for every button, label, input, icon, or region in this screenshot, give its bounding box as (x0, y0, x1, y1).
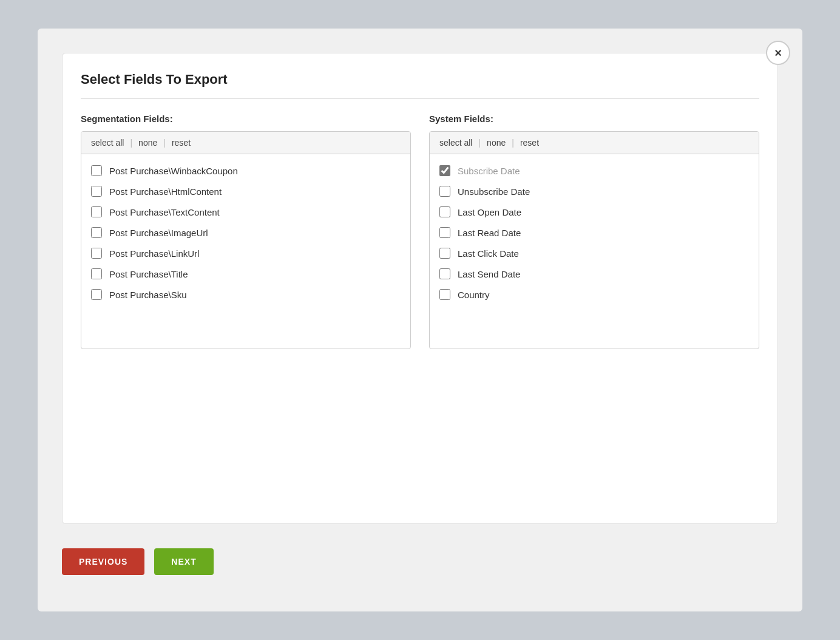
modal-card: Select Fields To Export Segmentation Fie… (62, 53, 778, 524)
sys-reset-button[interactable]: reset (514, 138, 545, 148)
list-item: Last Click Date (430, 243, 759, 264)
sys-field-label-5: Last Click Date (458, 248, 519, 259)
list-item: Subscribe Date (430, 160, 759, 181)
seg-checkbox-4[interactable] (91, 227, 102, 238)
seg-checkbox-3[interactable] (91, 206, 102, 217)
seg-field-label-2: Post Purchase\HtmlContent (109, 186, 222, 197)
sys-checkbox-2[interactable] (439, 186, 450, 197)
list-item: Last Read Date (430, 222, 759, 243)
modal-overlay: × Select Fields To Export Segmentation F… (38, 29, 802, 611)
system-fields-box: select all | none | reset Subscribe Date… (429, 131, 759, 349)
list-item: Post Purchase\Title (81, 264, 410, 284)
seg-field-label-5: Post Purchase\LinkUrl (109, 248, 199, 259)
segmentation-fields-box: select all | none | reset Post Purchase\… (81, 131, 411, 349)
previous-button[interactable]: PREVIOUS (62, 548, 144, 575)
sys-checkbox-3[interactable] (439, 206, 450, 217)
segmentation-label: Segmentation Fields: (81, 114, 411, 124)
system-section: System Fields: select all | none | reset… (429, 114, 759, 349)
system-fields-list: Subscribe DateUnsubscribe DateLast Open … (430, 154, 759, 349)
list-item: Last Open Date (430, 202, 759, 222)
seg-select-all-button[interactable]: select all (91, 138, 130, 148)
sys-checkbox-5[interactable] (439, 248, 450, 259)
list-item: Post Purchase\ImageUrl (81, 222, 410, 243)
sys-none-button[interactable]: none (481, 138, 512, 148)
footer-buttons: PREVIOUS NEXT (62, 548, 778, 575)
sys-field-label-1: Subscribe Date (458, 166, 520, 176)
seg-field-label-7: Post Purchase\Sku (109, 290, 187, 300)
close-button[interactable]: × (766, 41, 790, 65)
close-icon: × (774, 46, 782, 60)
seg-field-label-3: Post Purchase\TextContent (109, 207, 220, 217)
seg-field-label-6: Post Purchase\Title (109, 269, 188, 279)
system-controls: select all | none | reset (430, 132, 759, 154)
seg-reset-button[interactable]: reset (166, 138, 197, 148)
seg-checkbox-5[interactable] (91, 248, 102, 259)
list-item: Post Purchase\WinbackCoupon (81, 160, 410, 181)
list-item: Post Purchase\LinkUrl (81, 243, 410, 264)
list-item: Country (430, 284, 759, 305)
segmentation-fields-list: Post Purchase\WinbackCouponPost Purchase… (81, 154, 410, 349)
sys-field-label-7: Country (458, 290, 490, 300)
sys-checkbox-1[interactable] (439, 165, 450, 176)
system-label: System Fields: (429, 114, 759, 124)
sys-field-label-6: Last Send Date (458, 269, 520, 279)
fields-container: Segmentation Fields: select all | none |… (81, 114, 759, 349)
segmentation-controls: select all | none | reset (81, 132, 410, 154)
sys-checkbox-6[interactable] (439, 268, 450, 279)
seg-checkbox-1[interactable] (91, 165, 102, 176)
sys-field-label-3: Last Open Date (458, 207, 521, 217)
seg-none-button[interactable]: none (132, 138, 163, 148)
sys-checkbox-4[interactable] (439, 227, 450, 238)
modal-title: Select Fields To Export (81, 72, 759, 99)
sys-select-all-button[interactable]: select all (439, 138, 478, 148)
segmentation-section: Segmentation Fields: select all | none |… (81, 114, 411, 349)
seg-checkbox-7[interactable] (91, 289, 102, 300)
list-item: Unsubscribe Date (430, 181, 759, 202)
seg-checkbox-2[interactable] (91, 186, 102, 197)
sys-field-label-2: Unsubscribe Date (458, 186, 530, 197)
list-item: Post Purchase\Sku (81, 284, 410, 305)
seg-field-label-1: Post Purchase\WinbackCoupon (109, 166, 238, 176)
next-button[interactable]: NEXT (154, 548, 213, 575)
list-item: Last Send Date (430, 264, 759, 284)
list-item: Post Purchase\TextContent (81, 202, 410, 222)
seg-field-label-4: Post Purchase\ImageUrl (109, 228, 208, 238)
sys-checkbox-7[interactable] (439, 289, 450, 300)
sys-field-label-4: Last Read Date (458, 228, 521, 238)
seg-checkbox-6[interactable] (91, 268, 102, 279)
list-item: Post Purchase\HtmlContent (81, 181, 410, 202)
